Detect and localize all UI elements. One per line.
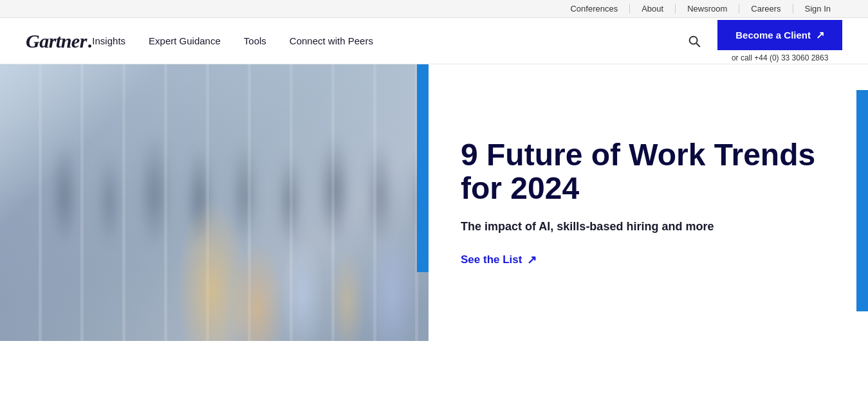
search-icon (687, 34, 701, 48)
topbar-careers[interactable]: Careers (739, 4, 793, 14)
topbar-about[interactable]: About (630, 4, 676, 14)
hero-cta-arrow: ↗ (527, 253, 537, 267)
become-client-button[interactable]: Become a Client ↗ (717, 20, 842, 50)
become-client-label: Become a Client (735, 30, 811, 41)
hero-section: 9 Future of Work Trends for 2024 The imp… (0, 64, 868, 341)
hero-subtitle: The impact of AI, skills-based hiring an… (461, 219, 818, 235)
hero-title: 9 Future of Work Trends for 2024 (461, 138, 818, 206)
nav-connect-with-peers[interactable]: Connect with Peers (290, 35, 373, 46)
nav-links: Insights Expert Guidance Tools Connect w… (92, 35, 684, 46)
logo-text: Gartner (26, 30, 87, 52)
svg-line-1 (696, 43, 699, 46)
nav-insights[interactable]: Insights (92, 35, 125, 46)
topbar-signin[interactable]: Sign In (793, 4, 842, 14)
topbar-conferences[interactable]: Conferences (559, 4, 630, 14)
nav-expert-guidance[interactable]: Expert Guidance (149, 35, 221, 46)
cta-block: Become a Client ↗ or call +44 (0) 33 306… (717, 20, 842, 62)
hero-accent-bar-right (856, 90, 868, 311)
hero-accent-bar-left (417, 64, 429, 272)
main-nav: Gartner. Insights Expert Guidance Tools … (0, 18, 868, 64)
top-bar: Conferences About Newsroom Careers Sign … (0, 0, 868, 18)
nav-tools[interactable]: Tools (244, 35, 266, 46)
nav-right: Become a Client ↗ or call +44 (0) 33 306… (684, 20, 842, 62)
hero-cta-link[interactable]: See the List ↗ (461, 253, 818, 267)
search-button[interactable] (684, 31, 705, 51)
hero-content: 9 Future of Work Trends for 2024 The imp… (429, 64, 856, 341)
call-text: or call +44 (0) 33 3060 2863 (732, 53, 828, 62)
become-client-arrow: ↗ (816, 29, 824, 41)
logo-period: . (88, 30, 93, 52)
logo[interactable]: Gartner. (26, 30, 92, 52)
hero-cta-label: See the List (461, 253, 522, 266)
topbar-newsroom[interactable]: Newsroom (676, 4, 739, 14)
